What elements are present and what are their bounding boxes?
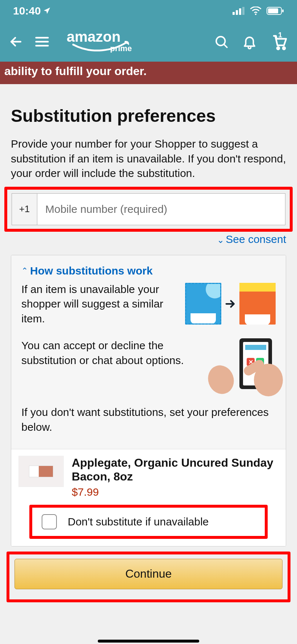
how-substitutions-card: ⌃How substitutions work If an item is un… xyxy=(11,255,286,546)
product-thumbnail[interactable] xyxy=(18,456,64,487)
location-icon xyxy=(43,7,51,15)
logo-sub: prime xyxy=(110,44,132,53)
dont-substitute-row[interactable]: Don't substitute if unavailable xyxy=(29,505,268,539)
page-description: Provide your number for your Shopper to … xyxy=(0,137,297,185)
battery-icon xyxy=(267,7,284,15)
back-icon[interactable] xyxy=(8,34,24,50)
substitution-illustration xyxy=(185,282,276,326)
see-consent-link[interactable]: ⌄See consent xyxy=(217,233,286,245)
alert-banner: ability to fulfill your order. xyxy=(0,62,297,84)
phone-number-input[interactable] xyxy=(37,194,285,225)
phone-input-row: +1 xyxy=(12,193,285,225)
wifi-icon xyxy=(250,7,262,15)
product-item: Applegate, Organic Uncured Sunday Bacon,… xyxy=(11,449,286,501)
phone-illustration: ✕ ✓ xyxy=(214,338,276,393)
alert-text: ability to fulfill your order. xyxy=(4,65,147,78)
status-bar: 10:40 xyxy=(0,0,297,22)
see-consent-label: See consent xyxy=(226,233,286,245)
app-header: amazon prime 1 xyxy=(0,22,297,62)
phone-country-code[interactable]: +1 xyxy=(12,194,37,225)
dont-substitute-checkbox[interactable] xyxy=(42,514,57,529)
svg-rect-0 xyxy=(233,12,235,15)
svg-rect-7 xyxy=(282,9,284,12)
svg-rect-2 xyxy=(239,8,241,15)
menu-icon[interactable] xyxy=(34,34,50,50)
svg-point-13 xyxy=(277,47,279,49)
how-substitutions-toggle[interactable]: ⌃How substitutions work xyxy=(21,265,276,277)
how-text-2: You can accept or decline the substituti… xyxy=(21,338,207,368)
cart-count-badge: 1 xyxy=(278,31,282,39)
svg-line-12 xyxy=(224,44,227,48)
product-title: Applegate, Organic Uncured Sunday Bacon,… xyxy=(72,456,279,484)
svg-rect-1 xyxy=(236,10,238,15)
logo-text: amazon xyxy=(67,29,121,45)
svg-rect-6 xyxy=(268,8,278,13)
continue-button[interactable]: Continue xyxy=(14,559,283,589)
chevron-up-icon: ⌃ xyxy=(21,266,28,276)
svg-point-4 xyxy=(255,13,256,15)
phone-input-highlight: +1 xyxy=(4,187,293,232)
how-substitutions-label: How substitutions work xyxy=(30,265,152,277)
main-content: Substitution preferences Provide your nu… xyxy=(0,84,297,602)
amazon-prime-logo[interactable]: amazon prime xyxy=(67,29,139,54)
svg-point-14 xyxy=(283,47,285,49)
continue-highlight: Continue xyxy=(7,552,290,602)
svg-rect-3 xyxy=(242,7,244,15)
how-text-1: If an item is unavailable your shopper w… xyxy=(21,282,178,326)
how-text-3: If you don't want substitutions, set you… xyxy=(21,405,276,434)
chevron-down-icon: ⌄ xyxy=(217,235,224,245)
dont-substitute-label: Don't substitute if unavailable xyxy=(68,516,209,528)
home-indicator[interactable] xyxy=(98,640,199,643)
cart-icon[interactable]: 1 xyxy=(270,33,289,50)
status-time: 10:40 xyxy=(13,5,41,17)
page-title: Substitution preferences xyxy=(0,84,297,137)
product-price: $7.99 xyxy=(72,486,279,498)
search-icon[interactable] xyxy=(214,34,229,49)
arrow-right-icon xyxy=(224,298,237,310)
bell-icon[interactable] xyxy=(242,34,257,49)
cell-signal-icon xyxy=(233,7,245,15)
